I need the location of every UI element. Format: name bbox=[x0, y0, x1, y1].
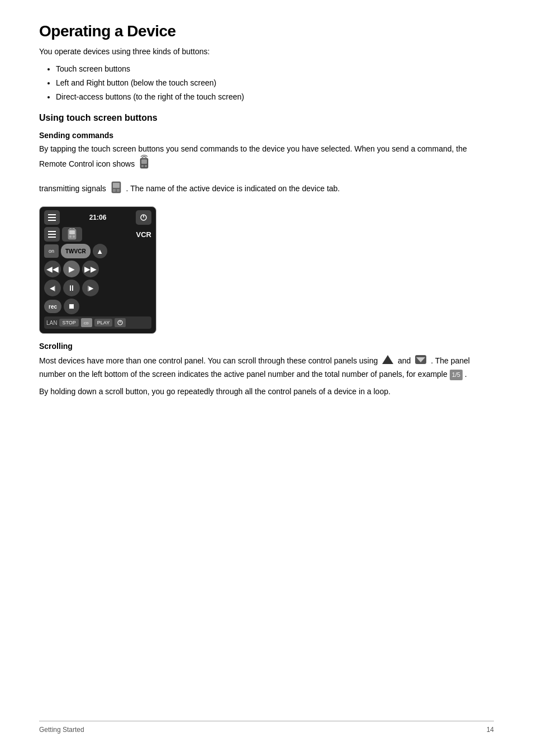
device-row-2: VCR bbox=[44, 227, 151, 242]
device-screenshot: 21:06 VCR bbox=[39, 206, 156, 334]
list-item: Direct-access buttons (to the right of t… bbox=[56, 91, 494, 103]
device-row-transport-1: ◀◀ ▶ ▶▶ bbox=[44, 261, 151, 277]
panel-indicator: 1/5 bbox=[450, 370, 463, 380]
device-slow-back-btn: ◀| bbox=[44, 280, 61, 296]
bullet-list: Touch screen buttons Left and Right butt… bbox=[56, 63, 494, 103]
scroll-right-icon bbox=[414, 354, 427, 368]
device-ffwd-btn: ▶▶ bbox=[82, 261, 99, 277]
svg-rect-19 bbox=[73, 235, 75, 238]
page-title: Operating a Device bbox=[39, 22, 494, 40]
device-on-btn: on bbox=[44, 244, 59, 258]
svg-rect-20 bbox=[69, 304, 74, 309]
scrolling-paragraph-2: By holding down a scroll button, you go … bbox=[39, 386, 494, 398]
device-top-bar: 21:06 bbox=[44, 210, 151, 225]
svg-rect-3 bbox=[145, 165, 147, 167]
scrolling-paragraph-1: Most devices have more than one control … bbox=[39, 354, 494, 380]
footer-left-text: Getting Started bbox=[39, 726, 84, 734]
subsection-sending-heading: Sending commands bbox=[39, 131, 494, 140]
svg-rect-8 bbox=[48, 214, 56, 215]
device-row-transport-2: ◀| ⏸ |▶ bbox=[44, 280, 151, 296]
transmitting-icon bbox=[110, 179, 123, 199]
device-row-rec: rec bbox=[44, 299, 151, 314]
transmitting-text: transmitting signals bbox=[39, 184, 106, 193]
sending-paragraph-2: transmitting signals . The name of the a… bbox=[39, 179, 494, 199]
device-arrow-btn: ▲ bbox=[93, 244, 107, 258]
svg-rect-18 bbox=[69, 235, 72, 238]
intro-text: You operate devices using three kinds of… bbox=[39, 46, 494, 58]
device-menu-btn bbox=[44, 210, 60, 225]
svg-text:CD: CD bbox=[84, 322, 89, 325]
svg-rect-1 bbox=[141, 159, 147, 164]
scroll-left-icon bbox=[381, 354, 394, 368]
device-stop-btn bbox=[64, 299, 79, 314]
svg-rect-9 bbox=[48, 217, 56, 218]
svg-rect-14 bbox=[48, 234, 56, 235]
device-pause-btn: ⏸ bbox=[63, 280, 80, 296]
footer: Getting Started 14 bbox=[39, 721, 494, 734]
device-rec-btn: rec bbox=[44, 300, 61, 313]
svg-rect-10 bbox=[48, 220, 56, 221]
device-slow-fwd-btn: |▶ bbox=[82, 280, 99, 296]
svg-rect-2 bbox=[141, 165, 144, 167]
device-rewind-btn: ◀◀ bbox=[44, 261, 61, 277]
device-lan-label: LAN bbox=[46, 320, 57, 326]
device-stop-label: STOP bbox=[59, 319, 78, 327]
device-play-label: PLAY bbox=[94, 319, 112, 327]
subsection-scrolling-heading: Scrolling bbox=[39, 342, 494, 351]
footer-right-text: 14 bbox=[487, 726, 494, 734]
device-list-btn bbox=[44, 227, 60, 242]
device-time: 21:06 bbox=[89, 214, 107, 221]
svg-rect-13 bbox=[48, 231, 56, 232]
svg-rect-6 bbox=[113, 189, 116, 192]
list-item: Left and Right button (below the touch s… bbox=[56, 77, 494, 89]
section-touch-heading: Using touch screen buttons bbox=[39, 113, 494, 123]
device-play-btn: ▶ bbox=[63, 261, 80, 277]
list-item: Touch screen buttons bbox=[56, 63, 494, 75]
remote-control-icon bbox=[138, 155, 150, 174]
svg-rect-7 bbox=[117, 189, 120, 192]
device-bottom-bar: LAN STOP CD PLAY bbox=[44, 316, 151, 329]
device-twvcr-btn: TWVCR bbox=[61, 244, 91, 258]
svg-rect-5 bbox=[113, 183, 120, 188]
device-row-3: on TWVCR ▲ bbox=[44, 244, 151, 258]
device-vcr-label: VCR bbox=[136, 230, 151, 239]
sending-paragraph: By tapping the touch screen buttons you … bbox=[39, 143, 494, 174]
svg-rect-15 bbox=[48, 237, 56, 238]
device-remote-icon bbox=[62, 227, 82, 242]
svg-rect-17 bbox=[69, 230, 75, 234]
svg-marker-25 bbox=[382, 355, 393, 364]
device-power-btn bbox=[136, 210, 151, 225]
